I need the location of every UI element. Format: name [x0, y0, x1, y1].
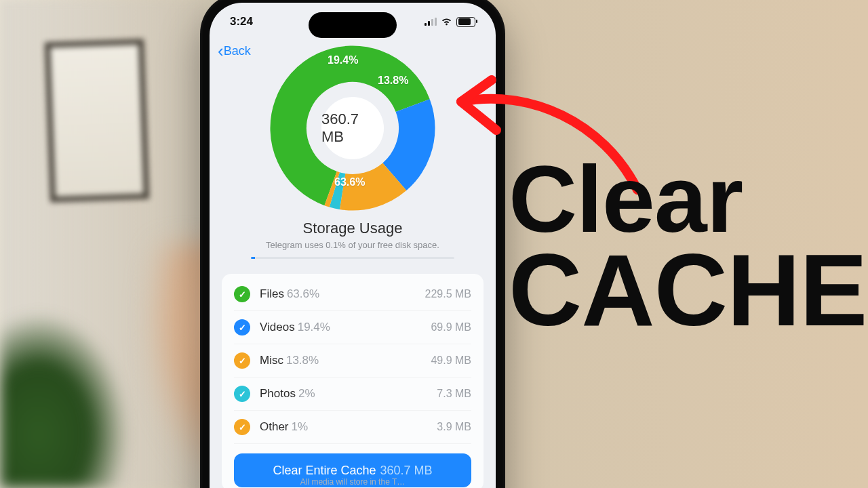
footnote-text: All media will store in the T…: [210, 477, 496, 487]
list-label: Files63.6%: [260, 287, 319, 301]
nav-bar: ‹ Back: [210, 42, 496, 69]
list-label: Photos2%: [260, 387, 315, 401]
back-label: Back: [224, 44, 251, 58]
clear-cache-label: Clear Entire Cache: [273, 464, 376, 478]
background-frame: [45, 39, 149, 203]
chevron-left-icon: ‹: [218, 42, 224, 60]
check-icon: ✓: [234, 286, 250, 302]
list-size: 229.5 MB: [425, 288, 471, 300]
wifi-icon: [441, 18, 452, 26]
phone-device: 3:24 ‹ Back: [200, 0, 505, 488]
background-plant: [0, 312, 129, 488]
donut-pct-files: 63.6%: [334, 176, 365, 188]
check-icon: ✓: [234, 419, 250, 435]
back-button[interactable]: ‹ Back: [218, 42, 251, 60]
clear-cache-amount: 360.7 MB: [380, 464, 433, 478]
list-label: Other1%: [260, 420, 308, 434]
section-title: Storage Usage: [210, 220, 496, 237]
overlay-line1: Clear: [509, 156, 868, 243]
overlay-headline: Clear CACHE !: [509, 156, 868, 337]
check-icon: ✓: [234, 319, 250, 336]
battery-icon: [456, 17, 475, 27]
list-size: 3.9 MB: [437, 421, 471, 433]
list-size: 7.3 MB: [437, 388, 471, 400]
list-item-videos[interactable]: ✓ Videos19.4% 69.9 MB: [234, 311, 471, 344]
overlay-line2: CACHE !: [509, 243, 868, 337]
dynamic-island: [309, 12, 397, 38]
list-size: 49.9 MB: [431, 354, 471, 367]
list-label: Videos19.4%: [260, 321, 330, 334]
phone-screen: 3:24 ‹ Back: [210, 3, 496, 488]
check-icon: ✓: [234, 352, 250, 369]
cellular-icon: [425, 18, 437, 26]
donut-pct-misc: 13.8%: [378, 75, 408, 87]
section-header: Storage Usage Telegram uses 0.1% of your…: [210, 220, 496, 259]
section-subtitle: Telegram uses 0.1% of your free disk spa…: [210, 240, 496, 250]
donut-total-label: 360.7 MB: [321, 97, 384, 159]
list-item-other[interactable]: ✓ Other1% 3.9 MB: [234, 411, 471, 444]
list-size: 69.9 MB: [431, 321, 471, 333]
status-time: 3:24: [230, 15, 253, 28]
list-label: Misc13.8%: [260, 354, 319, 367]
list-item-misc[interactable]: ✓ Misc13.8% 49.9 MB: [234, 344, 471, 378]
list-item-files[interactable]: ✓ Files63.6% 229.5 MB: [234, 278, 471, 311]
list-item-photos[interactable]: ✓ Photos2% 7.3 MB: [234, 378, 471, 411]
status-indicators: [425, 17, 475, 27]
storage-list: ✓ Files63.6% 229.5 MB ✓ Videos19.4% 69.9…: [222, 274, 484, 488]
thumbnail-stage: 3:24 ‹ Back: [0, 0, 868, 488]
disk-usage-bar: [251, 257, 454, 259]
check-icon: ✓: [234, 386, 250, 402]
